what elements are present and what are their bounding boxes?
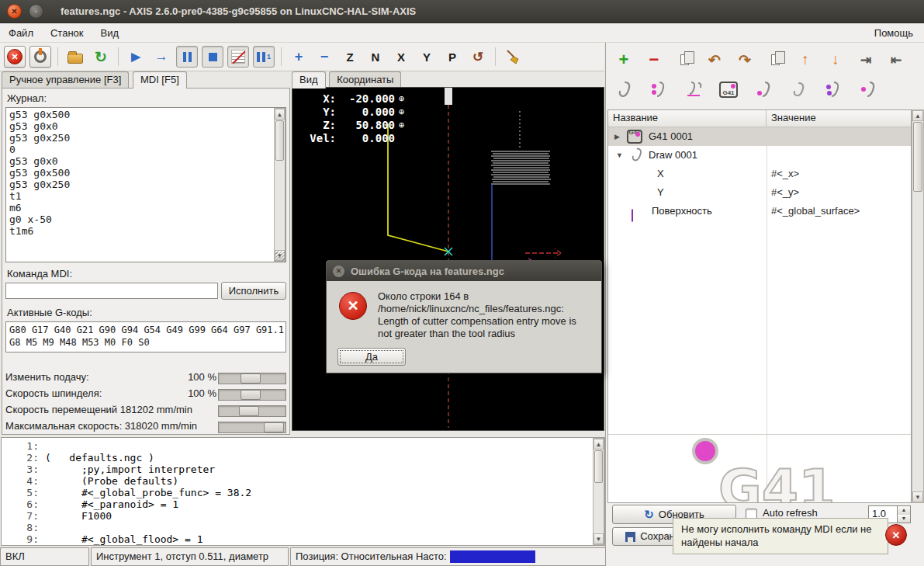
probe-tool-button[interactable] — [614, 79, 634, 99]
backplot-view[interactable]: X:-20.000⊕ Y:0.000⊕ Z:50.800⊕ Vel:0.000 … — [292, 87, 604, 431]
row-name[interactable]: G41 0001 — [649, 127, 693, 146]
code-line[interactable]: 9: #<_global_flood> = 1 — [2, 533, 604, 545]
view-rotated-top-button[interactable]: N — [365, 46, 386, 68]
spindle-override-slider[interactable] — [218, 389, 286, 401]
tab-dro[interactable]: Координаты — [329, 71, 401, 88]
undo-button[interactable]: ↶ — [704, 50, 725, 70]
stop-button[interactable] — [202, 46, 223, 68]
slider-thumb[interactable] — [239, 406, 259, 416]
spinner-steppers[interactable]: ▲▼ — [898, 505, 911, 523]
feed-override-slider[interactable] — [218, 373, 286, 384]
code-line[interactable]: 8: — [2, 522, 604, 533]
row-value[interactable]: #<_y> — [771, 183, 799, 202]
column-name-header[interactable]: Название — [608, 110, 767, 127]
open-file-button[interactable] — [64, 46, 86, 68]
history-line[interactable]: g53 g0x500 — [9, 167, 282, 179]
execute-button[interactable]: Исполнить — [221, 282, 286, 300]
editor-scrollbar[interactable]: ▲ ▼ — [593, 438, 604, 545]
run-program-button[interactable]: ▶ — [125, 46, 147, 68]
scroll-thumb[interactable] — [913, 122, 922, 192]
row-name[interactable]: Поверхность — [652, 202, 712, 220]
path-tool-button[interactable] — [683, 79, 704, 99]
tree-row-g41[interactable]: ▶ G41 G41 0001 — [608, 127, 911, 146]
outdent-button[interactable]: ⇤ — [886, 50, 906, 70]
code-line[interactable]: 1: — [2, 440, 604, 452]
tab-preview[interactable]: Вид — [292, 71, 326, 89]
code-line[interactable]: 3: ;py,import interpreter — [2, 464, 604, 475]
reload-file-button[interactable]: ↻ — [90, 46, 112, 68]
history-line[interactable]: g53 g0x0 — [9, 120, 282, 132]
code-line[interactable]: 2:( defaults.ngc ) — [2, 452, 604, 464]
tab-manual-control[interactable]: Ручное управление [F3] — [2, 71, 129, 88]
zoom-in-button[interactable]: + — [288, 46, 310, 68]
history-line[interactable]: t1 — [9, 190, 282, 202]
view-top-button[interactable]: Z — [339, 46, 361, 68]
mdi-command-input[interactable] — [5, 283, 218, 299]
jog-speed-slider[interactable] — [218, 405, 286, 417]
duplicate-feature-button[interactable] — [674, 50, 694, 70]
row-name[interactable]: Y — [657, 183, 664, 202]
estop-button[interactable]: ✕ — [4, 46, 26, 68]
tree-scrollbar[interactable]: ▲ ▼ — [912, 109, 924, 503]
mdi-history-list[interactable]: g53 g0x500 g53 g0x0 g53 g0x250 0 g53 g0x… — [5, 107, 286, 262]
rotate-view-button[interactable]: ↺ — [467, 46, 489, 68]
row-value[interactable]: #<_global_surface> — [771, 202, 860, 220]
view-perspective-button[interactable]: P — [441, 46, 463, 68]
column-value-header[interactable]: Значение — [767, 110, 821, 127]
engrave-tool-button[interactable] — [788, 79, 808, 99]
row-name[interactable]: Draw 0001 — [649, 146, 697, 165]
menu-view[interactable]: Вид — [92, 25, 128, 41]
history-line[interactable]: g53 g0x500 — [9, 109, 282, 120]
pause-button[interactable] — [176, 46, 198, 68]
pocket-tool-button[interactable] — [823, 79, 843, 99]
expander-down-icon[interactable]: ▼ — [616, 146, 623, 165]
redo-button[interactable]: ↷ — [735, 50, 755, 70]
window-minimize-button[interactable]: ▫ — [29, 4, 43, 19]
slider-thumb[interactable] — [241, 390, 261, 400]
view-side-button[interactable]: X — [390, 46, 412, 68]
dialog-ok-button[interactable]: Да — [337, 348, 406, 366]
machine-power-button[interactable] — [29, 46, 51, 68]
slider-thumb[interactable] — [264, 422, 284, 432]
history-line[interactable]: 0 — [9, 144, 282, 155]
menu-file[interactable]: Файл — [0, 25, 42, 41]
step-line-button[interactable]: → — [151, 46, 172, 68]
chain-tool-button[interactable] — [649, 79, 669, 99]
hole-tool-button[interactable] — [753, 79, 773, 99]
menu-help[interactable]: Помощь — [863, 25, 924, 41]
gcode-listing[interactable]: 1: 2:( defaults.ngc ) 3: ;py,import inte… — [1, 437, 605, 546]
scroll-up-icon[interactable]: ▲ — [912, 110, 923, 121]
code-line[interactable]: 5: #<_global_probe_func> = 38.2 — [2, 487, 604, 498]
scroll-thumb[interactable] — [594, 450, 603, 483]
scroll-up-icon[interactable]: ▲ — [594, 439, 604, 450]
scroll-thumb[interactable] — [275, 120, 284, 161]
spin-up-icon[interactable]: ▲ — [898, 506, 910, 515]
tree-row-draw[interactable]: ▼ Draw 0001 — [608, 146, 911, 165]
optional-stop-toggle[interactable]: 1 — [253, 46, 275, 68]
code-line[interactable]: 4: (Probe defaults) — [2, 475, 604, 487]
code-line[interactable]: 6: #<_paranoid> = 1 — [2, 498, 604, 510]
slider-thumb[interactable] — [241, 373, 261, 384]
copy-button[interactable] — [765, 50, 785, 70]
zoom-out-button[interactable]: − — [313, 46, 335, 68]
dialog-titlebar[interactable]: ✕ Ошибка G-кода на features.ngc — [327, 261, 601, 281]
tree-row-surface[interactable]: Поверхность #<_global_surface> — [608, 202, 911, 220]
tree-row-x[interactable]: X #<_x> — [608, 165, 911, 183]
scroll-down-icon[interactable]: ▼ — [912, 491, 923, 502]
history-line[interactable]: g53 g0x0 — [9, 155, 282, 167]
row-value[interactable]: #<_x> — [771, 165, 799, 183]
remove-feature-button[interactable]: − — [644, 50, 664, 70]
spin-down-icon[interactable]: ▼ — [898, 515, 910, 523]
tab-mdi[interactable]: MDI [F5] — [133, 71, 187, 89]
move-down-button[interactable]: ↓ — [825, 50, 846, 70]
max-velocity-slider[interactable] — [218, 422, 286, 433]
menu-machine[interactable]: Станок — [42, 25, 92, 41]
expander-right-icon[interactable]: ▶ — [614, 127, 620, 146]
code-line[interactable]: 7: F1000 — [2, 510, 604, 522]
window-close-button[interactable]: ✕ — [7, 4, 22, 19]
indent-button[interactable]: ⇥ — [856, 50, 876, 70]
block-delete-toggle[interactable] — [227, 46, 249, 68]
drill-tool-button[interactable] — [858, 79, 878, 99]
history-line[interactable]: g53 g0x250 — [9, 132, 282, 144]
history-line[interactable]: g0 x-50 — [9, 214, 282, 225]
